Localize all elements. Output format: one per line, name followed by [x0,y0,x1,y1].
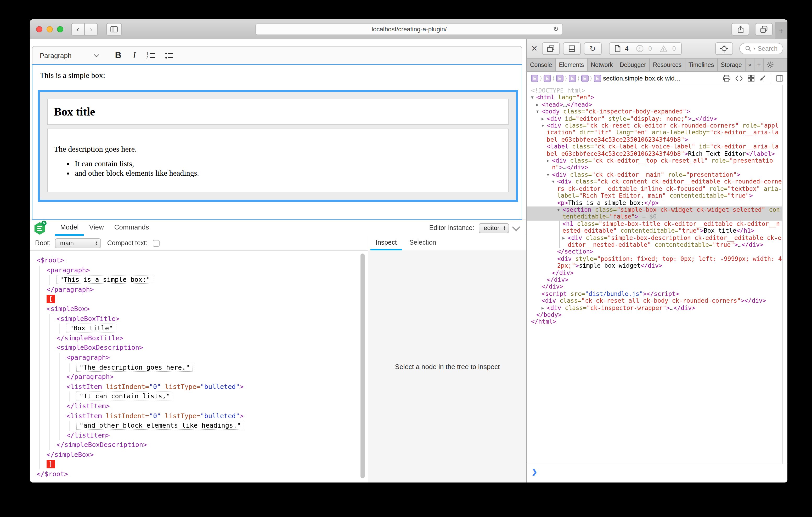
tab-inspect[interactable]: Inspect [370,236,402,250]
breadcrumb-current[interactable]: section.simple-box.ck-wid… [603,74,681,82]
bulleted-list-button[interactable] [165,52,172,59]
dom-tree-row[interactable]: ▶<div id="editor" style="display: none;"… [527,115,782,122]
model-tree-row[interactable]: </paragraph> [30,372,368,382]
tab-elements[interactable]: Elements [556,59,587,71]
dom-tree-row[interactable]: ▶<div class="ck ck-editor__top ck-reset_… [527,157,782,172]
dom-tree-row[interactable]: ▼<div class="ck ck-reset ck-editor ck-ro… [527,122,782,143]
tab-resources[interactable]: Resources [650,59,686,71]
expanded-arrow-icon[interactable]: ▼ [542,122,544,129]
root-select[interactable]: main ▲▼ [55,238,101,248]
tab-console[interactable]: Console [527,59,556,71]
add-tab-button[interactable]: + [755,59,764,71]
numbered-list-button[interactable]: 1 2 [146,52,154,59]
breadcrumb-element-badge[interactable]: E [556,74,563,82]
collapsed-arrow-icon[interactable]: ▶ [536,101,539,109]
collapsed-arrow-icon[interactable]: ▶ [542,304,544,311]
dom-tree-row[interactable]: <script src="dist/bundle.js"></script> [527,291,782,298]
simple-box-widget[interactable]: Box title The description goes here. It … [38,90,518,202]
expanded-arrow-icon[interactable]: ▼ [547,172,549,179]
simple-box-description-field[interactable]: The description goes here. It can contai… [47,129,509,192]
layout-grid-icon[interactable] [748,75,754,82]
model-tree-row[interactable]: <listItem listIndent="0" listType="bulle… [30,382,368,392]
model-tree-row[interactable]: <listItem listIndent="0" listType="bulle… [30,411,368,421]
expanded-arrow-icon[interactable]: ▼ [557,207,560,214]
bold-button[interactable]: B [115,50,121,61]
dom-tree-row[interactable]: <div style="position: fixed; top: 0px; l… [527,255,782,270]
model-tree-scrollbar[interactable] [360,253,365,478]
breadcrumb-element-badge[interactable]: E [581,74,588,82]
zoom-window-button[interactable] [57,26,63,32]
dom-tree-row[interactable]: </div> [527,277,782,283]
breadcrumb-element-badge[interactable]: E [544,74,551,82]
model-tree-row[interactable]: "The description goes here." [30,363,368,372]
search-input[interactable]: ▾ Search [740,43,783,54]
intro-paragraph[interactable]: This is a simple box: [40,71,105,80]
model-tree-row[interactable]: </simpleBoxDescription> [30,440,368,450]
model-tree-row[interactable]: <simpleBoxTitle> [30,314,368,324]
breadcrumb-element-badge[interactable]: E [531,74,539,82]
resource-status-group[interactable]: 4 0 0 [609,42,682,55]
model-tree-row[interactable]: "Box title" [30,324,368,333]
share-button[interactable] [731,23,749,35]
collapsed-arrow-icon[interactable]: ▶ [547,157,549,164]
show-source-icon[interactable] [735,75,743,81]
dom-tree-row[interactable]: </div> [527,283,782,291]
collapsed-arrow-icon[interactable]: ▶ [562,235,565,242]
model-tree-row[interactable]: "and other block elements like headings.… [30,421,368,430]
dom-tree-row[interactable]: ▼<div class="ck ck-content ck-editor__ed… [527,179,782,200]
model-tree-row[interactable]: </paragraph> [30,285,368,295]
italic-button[interactable]: I [133,50,136,61]
model-tree-row[interactable]: "It can contain lists," [30,392,368,401]
dom-tree-row[interactable]: <!DOCTYPE html> [527,87,782,94]
tab-network[interactable]: Network [587,59,616,71]
dom-tree-row[interactable]: <div class="ck ck-reset_all ck-body ck-r… [527,298,782,304]
details-sidebar-toggle-icon[interactable] [776,75,783,81]
print-styles-icon[interactable] [723,75,730,82]
model-tree-row[interactable]: <paragraph> [30,353,368,363]
model-tree-row[interactable]: </listItem> [30,401,368,411]
dom-tree-row[interactable]: <label class="ck ck-label ck-voice-label… [527,144,782,158]
minimize-window-button[interactable] [47,26,53,32]
tab-model[interactable]: Model [55,220,84,236]
rich-text-editor[interactable]: This is a simple box: Box title The desc… [32,64,522,219]
model-tree-row[interactable]: [ [30,295,368,304]
model-tree-row[interactable]: <simpleBox> [30,304,368,314]
tab-debugger[interactable]: Debugger [616,59,650,71]
dom-tree-row[interactable]: ▼<html lang="en"> [527,94,782,101]
close-inspector-button[interactable]: ✕ [531,44,538,53]
collapsed-arrow-icon[interactable]: ▶ [542,115,544,122]
tab-storage[interactable]: Storage [718,59,746,71]
dom-tree-row[interactable]: ▶<div class="simple-box-description ck-e… [527,235,782,249]
dom-tree-row[interactable]: ▶<div class="ck-inspector-wrapper">…</di… [527,304,782,311]
tab-timelines[interactable]: Timelines [686,59,718,71]
dom-tree-row[interactable]: ▼<body class="ck-inspector-body-expanded… [527,108,782,115]
tab-view[interactable]: View [84,220,109,236]
more-tabs-button[interactable]: » [746,59,755,71]
paintbrush-icon[interactable] [759,75,766,82]
dock-bottom-button[interactable] [563,42,580,55]
model-tree-row[interactable]: "This is a simple box:" [30,275,368,285]
breadcrumb-element-badge[interactable]: E [569,74,576,82]
compact-text-checkbox[interactable] [153,240,160,246]
element-picker-button[interactable] [716,42,733,55]
model-tree-row[interactable]: <paragraph> [30,265,368,275]
expanded-arrow-icon[interactable]: ▼ [536,108,539,115]
dom-tree-row[interactable]: <p>This is a simple box:</p> [527,200,782,207]
tab-overview-button[interactable] [755,23,773,35]
model-tree-row[interactable]: <simpleBoxDescription> [30,343,368,353]
reload-page-button[interactable]: ↻ [584,42,602,55]
model-tree-row[interactable]: <$root> [30,255,368,265]
devtools-scrollbar[interactable] [782,85,787,464]
detach-button[interactable] [542,42,559,55]
back-button[interactable]: ‹ [71,23,85,35]
collapse-chevron-icon[interactable] [512,223,520,231]
sidebar-toggle-button[interactable] [106,23,122,35]
dom-tree-row-selected[interactable]: ▼<section class="simple-box ck-widget ck… [527,207,782,221]
dom-tree-row[interactable]: ▶<head>…</head> [527,101,782,109]
quick-console[interactable]: ❯ [527,464,787,483]
breadcrumb-element-badge[interactable]: E [593,74,601,82]
simple-box-title-field[interactable]: Box title [47,99,509,125]
dom-tree-row[interactable]: ▼<div class="ck ck-editor__main" role="p… [527,172,782,179]
new-tab-button[interactable]: + [775,22,787,39]
model-tree-row[interactable]: ] [30,460,368,469]
